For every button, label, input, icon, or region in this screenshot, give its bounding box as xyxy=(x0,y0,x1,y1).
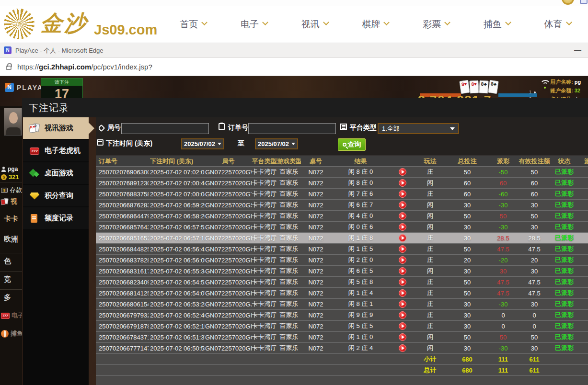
lobby-username-row: pga xyxy=(1,166,18,172)
table-row[interactable]: 250702066831617 2025-07-02 06:55:34 GN07… xyxy=(96,266,588,277)
menu-item-quota-records[interactable]: 额度记录 xyxy=(23,207,89,229)
chevron-down-icon xyxy=(444,19,450,25)
replay-button[interactable] xyxy=(399,289,406,297)
menu-item-slots[interactable]: 777 电子老虎机 xyxy=(23,140,89,161)
nav-item-slots[interactable]: 电子 xyxy=(241,18,267,31)
cell-order-id: 250702066784371 xyxy=(96,332,149,343)
lock-icon xyxy=(6,66,12,70)
table-row[interactable]: 250702066823409 2025-07-02 06:54:52 GN07… xyxy=(96,277,588,288)
cell-replay xyxy=(391,266,415,277)
table-row[interactable]: 250702076883758 2025-07-02 07:00:04 GN07… xyxy=(96,189,588,200)
replay-button[interactable] xyxy=(399,300,406,308)
replay-button[interactable] xyxy=(399,168,406,176)
address-input[interactable]: https://gci.2hhapi.com/pc/pcv1/index.jsp… xyxy=(17,58,152,76)
cell-status: 已派彩 xyxy=(551,288,577,299)
cell-status: 已派彩 xyxy=(551,299,577,310)
cell-payout-time xyxy=(577,222,588,233)
table-row[interactable]: 250702066797932 2025-07-02 06:52:46 GN07… xyxy=(96,310,588,321)
cell-table-no: N072 xyxy=(301,211,331,222)
lobby-tab-jingmi[interactable]: 竞 xyxy=(4,275,11,284)
date-to-select[interactable]: 2025/07/02 xyxy=(255,138,298,149)
table-row[interactable]: 250702066857643 2025-07-02 06:57:52 GN07… xyxy=(96,222,588,233)
cell-total-bet: 60 xyxy=(446,189,489,200)
table-row[interactable]: 250702066876283 2025-07-02 06:59:29 GN07… xyxy=(96,200,588,211)
col-time: 下注时间 (美东) xyxy=(149,156,205,167)
lobby-tab-duotai[interactable]: 多 xyxy=(4,293,11,302)
lobby-video-item[interactable]: 视 xyxy=(1,197,17,206)
nav-label: 棋牌 xyxy=(362,18,380,31)
table-row[interactable]: 250702066784371 2025-07-02 06:51:37 GN07… xyxy=(96,332,588,343)
replay-button[interactable] xyxy=(399,179,406,187)
chevron-down-icon xyxy=(384,19,390,25)
date-from-select[interactable]: 2025/07/02 xyxy=(181,138,224,149)
replay-button[interactable] xyxy=(399,234,406,242)
lobby-tab-sedie[interactable]: 色 xyxy=(4,257,11,266)
deposit-button[interactable]: $ 存款 xyxy=(1,186,22,194)
table-row[interactable]: 250702066851652 2025-07-02 06:57:18 GN07… xyxy=(96,233,588,244)
replay-button[interactable] xyxy=(399,245,406,253)
order-no-input[interactable] xyxy=(248,123,336,134)
cell-status: 已派彩 xyxy=(551,321,577,332)
cell-bet-time: 2025-07-02 06:53:28 xyxy=(149,299,205,310)
cell-play: 闲 xyxy=(415,211,446,222)
search-button[interactable]: 查询 xyxy=(338,138,366,151)
modal-content: 局号 订单号 平台类型 1.全部 下注时间 (美东) 2025/07/02 至 … xyxy=(96,117,588,385)
table-row[interactable]: 250702066806154 2025-07-02 06:53:28 GN07… xyxy=(96,299,588,310)
replay-button[interactable] xyxy=(399,267,406,275)
cell-table-no: N072 xyxy=(301,178,331,189)
nav-item-fishing[interactable]: 捕鱼 xyxy=(484,18,510,31)
divider xyxy=(0,271,22,272)
replay-button[interactable] xyxy=(399,311,406,319)
cell-status: 已派彩 xyxy=(551,255,577,266)
lobby-balance-row: $ 321 xyxy=(1,173,19,181)
table-row[interactable]: 250702066791878 2025-07-02 06:52:15 GN07… xyxy=(96,321,588,332)
cell-payout-time xyxy=(577,178,588,189)
nav-item-lottery[interactable]: 彩票 xyxy=(423,18,450,31)
nav-item-live[interactable]: 视讯 xyxy=(301,18,328,31)
cell-payout-time xyxy=(577,288,588,299)
replay-button[interactable] xyxy=(399,322,406,330)
table-row[interactable]: 250702066837828 2025-07-02 06:56:09 GN07… xyxy=(96,255,588,266)
cell-valid-bet: 30 xyxy=(518,200,551,211)
table-row[interactable]: 250702066814125 2025-07-02 06:54:07 GN07… xyxy=(96,288,588,299)
nav-item-home[interactable]: 首页 xyxy=(180,18,207,31)
replay-button[interactable] xyxy=(399,190,406,198)
minimize-button[interactable]: — xyxy=(574,43,581,57)
replay-button[interactable] xyxy=(399,344,406,352)
menu-item-points-query[interactable]: 积分查询 xyxy=(23,185,89,206)
lobby-tab-europe[interactable]: 欧洲 xyxy=(4,235,18,244)
replay-button[interactable] xyxy=(399,212,406,220)
cell-platform: 卡卡湾厅 xyxy=(252,178,277,189)
replay-button[interactable] xyxy=(399,201,406,209)
table-row[interactable]: 250702076891230 2025-07-02 07:00:44 GN07… xyxy=(96,178,588,189)
cell-game-type: 百家乐 xyxy=(277,244,301,255)
lobby-tab-kaka[interactable]: 卡卡 xyxy=(4,215,18,224)
cell-payout-time xyxy=(577,167,588,178)
table-row[interactable]: 250702076906300 2025-07-02 07:02:01 GN07… xyxy=(96,167,588,178)
lobby-slot-item[interactable]: 777 电子游戏 xyxy=(1,311,22,320)
cell-table-no: N072 xyxy=(301,167,331,178)
cell-game-type: 百家乐 xyxy=(277,178,301,189)
table-row[interactable]: 250702066777147 2025-07-02 06:50:58 GN07… xyxy=(96,343,588,354)
cell-result: 闲 5 庄 5 xyxy=(331,321,391,332)
replay-button[interactable] xyxy=(399,256,406,264)
cell-round-id: GN072257020GR xyxy=(205,211,252,222)
cell-table-no: N072 xyxy=(301,255,331,266)
replay-button[interactable] xyxy=(399,223,406,231)
nav-item-sports[interactable]: 体育 xyxy=(544,18,571,31)
round-no-input[interactable] xyxy=(121,123,209,134)
cell-bet-time: 2025-07-02 06:56:42 xyxy=(149,244,205,255)
lobby-fish-item[interactable]: 捕鱼王 xyxy=(1,329,22,338)
replay-button[interactable] xyxy=(399,278,406,286)
cell-play: 庄 xyxy=(415,277,446,288)
table-row[interactable]: 250702066844825 2025-07-02 06:56:42 GN07… xyxy=(96,244,588,255)
modal-menu: 9K♥ 视讯游戏 777 电子老虎机 桌面游戏 积分查询 额度记录 xyxy=(23,117,89,385)
platform-type-select[interactable]: 1.全部 xyxy=(378,123,459,134)
table-row[interactable]: 250702066864479 2025-07-02 06:58:26 GN07… xyxy=(96,211,588,222)
menu-item-video-games[interactable]: 9K♥ 视讯游戏 xyxy=(23,117,89,139)
dealt-cards: 8♥ 8♥ 8♣ 8♣ xyxy=(460,80,498,93)
nav-item-board[interactable]: 棋牌 xyxy=(362,18,389,31)
replay-button[interactable] xyxy=(399,333,406,341)
col-platform: 平台类型 xyxy=(252,156,277,167)
menu-item-table-games[interactable]: 桌面游戏 xyxy=(23,162,89,184)
